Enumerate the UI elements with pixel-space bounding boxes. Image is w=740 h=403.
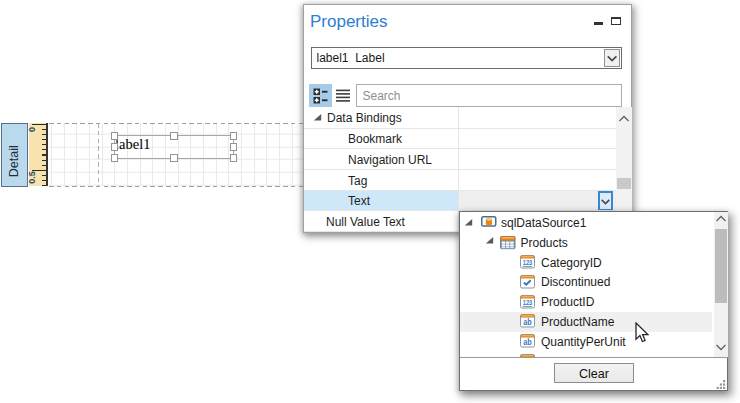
svg-text:ab: ab: [523, 337, 532, 347]
svg-text:123: 123: [523, 259, 533, 266]
svg-text:ab: ab: [523, 317, 532, 327]
svg-text:123: 123: [523, 299, 533, 306]
